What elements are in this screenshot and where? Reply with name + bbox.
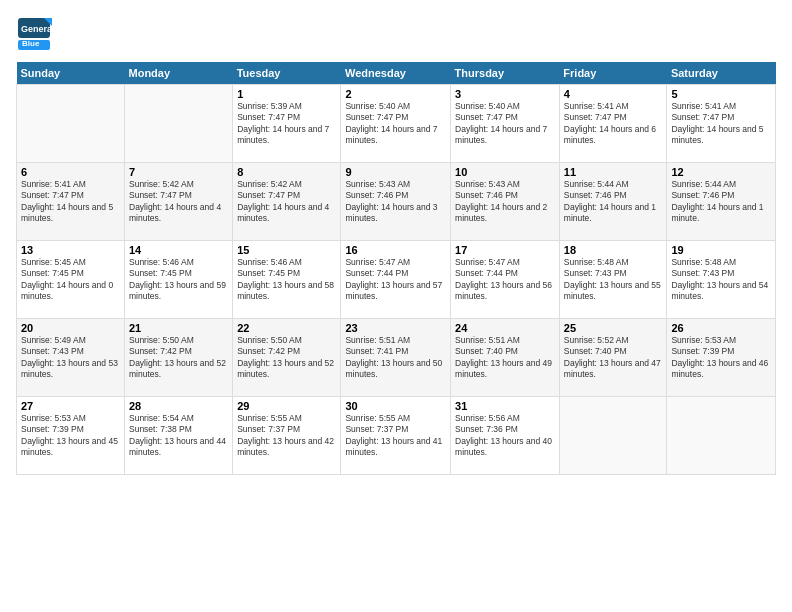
day-info: Sunrise: 5:56 AM Sunset: 7:36 PM Dayligh… bbox=[455, 413, 555, 459]
calendar-cell: 6Sunrise: 5:41 AM Sunset: 7:47 PM Daylig… bbox=[17, 163, 125, 241]
day-info: Sunrise: 5:51 AM Sunset: 7:40 PM Dayligh… bbox=[455, 335, 555, 381]
calendar-cell: 7Sunrise: 5:42 AM Sunset: 7:47 PM Daylig… bbox=[125, 163, 233, 241]
weekday-header: Sunday bbox=[17, 62, 125, 85]
calendar-cell: 23Sunrise: 5:51 AM Sunset: 7:41 PM Dayli… bbox=[341, 319, 451, 397]
day-info: Sunrise: 5:40 AM Sunset: 7:47 PM Dayligh… bbox=[345, 101, 446, 147]
day-number: 19 bbox=[671, 244, 771, 256]
day-number: 22 bbox=[237, 322, 336, 334]
calendar-cell: 31Sunrise: 5:56 AM Sunset: 7:36 PM Dayli… bbox=[451, 397, 560, 475]
calendar-cell bbox=[125, 85, 233, 163]
weekday-header: Thursday bbox=[451, 62, 560, 85]
calendar-week-row: 20Sunrise: 5:49 AM Sunset: 7:43 PM Dayli… bbox=[17, 319, 776, 397]
calendar-cell bbox=[559, 397, 667, 475]
day-info: Sunrise: 5:44 AM Sunset: 7:46 PM Dayligh… bbox=[671, 179, 771, 225]
day-info: Sunrise: 5:52 AM Sunset: 7:40 PM Dayligh… bbox=[564, 335, 663, 381]
weekday-header: Friday bbox=[559, 62, 667, 85]
calendar-cell: 20Sunrise: 5:49 AM Sunset: 7:43 PM Dayli… bbox=[17, 319, 125, 397]
day-info: Sunrise: 5:45 AM Sunset: 7:45 PM Dayligh… bbox=[21, 257, 120, 303]
day-info: Sunrise: 5:48 AM Sunset: 7:43 PM Dayligh… bbox=[564, 257, 663, 303]
day-info: Sunrise: 5:42 AM Sunset: 7:47 PM Dayligh… bbox=[237, 179, 336, 225]
calendar-week-row: 27Sunrise: 5:53 AM Sunset: 7:39 PM Dayli… bbox=[17, 397, 776, 475]
page-header: General Blue bbox=[16, 16, 776, 52]
calendar-table: SundayMondayTuesdayWednesdayThursdayFrid… bbox=[16, 62, 776, 475]
day-number: 20 bbox=[21, 322, 120, 334]
calendar-week-row: 6Sunrise: 5:41 AM Sunset: 7:47 PM Daylig… bbox=[17, 163, 776, 241]
logo-icon: General Blue bbox=[16, 16, 52, 52]
calendar-cell: 10Sunrise: 5:43 AM Sunset: 7:46 PM Dayli… bbox=[451, 163, 560, 241]
calendar-cell: 29Sunrise: 5:55 AM Sunset: 7:37 PM Dayli… bbox=[233, 397, 341, 475]
calendar-cell: 24Sunrise: 5:51 AM Sunset: 7:40 PM Dayli… bbox=[451, 319, 560, 397]
day-info: Sunrise: 5:50 AM Sunset: 7:42 PM Dayligh… bbox=[237, 335, 336, 381]
calendar-cell: 9Sunrise: 5:43 AM Sunset: 7:46 PM Daylig… bbox=[341, 163, 451, 241]
calendar-header-row: SundayMondayTuesdayWednesdayThursdayFrid… bbox=[17, 62, 776, 85]
calendar-week-row: 13Sunrise: 5:45 AM Sunset: 7:45 PM Dayli… bbox=[17, 241, 776, 319]
day-info: Sunrise: 5:41 AM Sunset: 7:47 PM Dayligh… bbox=[21, 179, 120, 225]
calendar-week-row: 1Sunrise: 5:39 AM Sunset: 7:47 PM Daylig… bbox=[17, 85, 776, 163]
day-number: 13 bbox=[21, 244, 120, 256]
day-info: Sunrise: 5:46 AM Sunset: 7:45 PM Dayligh… bbox=[237, 257, 336, 303]
day-number: 2 bbox=[345, 88, 446, 100]
calendar-cell: 5Sunrise: 5:41 AM Sunset: 7:47 PM Daylig… bbox=[667, 85, 776, 163]
day-number: 3 bbox=[455, 88, 555, 100]
calendar-cell: 8Sunrise: 5:42 AM Sunset: 7:47 PM Daylig… bbox=[233, 163, 341, 241]
calendar-cell: 26Sunrise: 5:53 AM Sunset: 7:39 PM Dayli… bbox=[667, 319, 776, 397]
day-info: Sunrise: 5:44 AM Sunset: 7:46 PM Dayligh… bbox=[564, 179, 663, 225]
day-info: Sunrise: 5:41 AM Sunset: 7:47 PM Dayligh… bbox=[564, 101, 663, 147]
weekday-header: Tuesday bbox=[233, 62, 341, 85]
day-number: 10 bbox=[455, 166, 555, 178]
calendar-cell: 12Sunrise: 5:44 AM Sunset: 7:46 PM Dayli… bbox=[667, 163, 776, 241]
calendar-cell: 25Sunrise: 5:52 AM Sunset: 7:40 PM Dayli… bbox=[559, 319, 667, 397]
day-info: Sunrise: 5:43 AM Sunset: 7:46 PM Dayligh… bbox=[345, 179, 446, 225]
calendar-cell: 11Sunrise: 5:44 AM Sunset: 7:46 PM Dayli… bbox=[559, 163, 667, 241]
weekday-header: Monday bbox=[125, 62, 233, 85]
day-info: Sunrise: 5:54 AM Sunset: 7:38 PM Dayligh… bbox=[129, 413, 228, 459]
day-info: Sunrise: 5:40 AM Sunset: 7:47 PM Dayligh… bbox=[455, 101, 555, 147]
day-number: 30 bbox=[345, 400, 446, 412]
calendar-cell: 4Sunrise: 5:41 AM Sunset: 7:47 PM Daylig… bbox=[559, 85, 667, 163]
calendar-cell: 22Sunrise: 5:50 AM Sunset: 7:42 PM Dayli… bbox=[233, 319, 341, 397]
calendar-cell: 3Sunrise: 5:40 AM Sunset: 7:47 PM Daylig… bbox=[451, 85, 560, 163]
calendar-cell: 27Sunrise: 5:53 AM Sunset: 7:39 PM Dayli… bbox=[17, 397, 125, 475]
day-number: 16 bbox=[345, 244, 446, 256]
day-number: 1 bbox=[237, 88, 336, 100]
day-number: 31 bbox=[455, 400, 555, 412]
day-info: Sunrise: 5:48 AM Sunset: 7:43 PM Dayligh… bbox=[671, 257, 771, 303]
calendar-cell: 1Sunrise: 5:39 AM Sunset: 7:47 PM Daylig… bbox=[233, 85, 341, 163]
day-number: 27 bbox=[21, 400, 120, 412]
svg-text:Blue: Blue bbox=[22, 39, 40, 48]
calendar-cell: 18Sunrise: 5:48 AM Sunset: 7:43 PM Dayli… bbox=[559, 241, 667, 319]
day-info: Sunrise: 5:55 AM Sunset: 7:37 PM Dayligh… bbox=[237, 413, 336, 459]
day-info: Sunrise: 5:53 AM Sunset: 7:39 PM Dayligh… bbox=[671, 335, 771, 381]
calendar-cell: 13Sunrise: 5:45 AM Sunset: 7:45 PM Dayli… bbox=[17, 241, 125, 319]
day-number: 24 bbox=[455, 322, 555, 334]
calendar-cell: 14Sunrise: 5:46 AM Sunset: 7:45 PM Dayli… bbox=[125, 241, 233, 319]
day-number: 21 bbox=[129, 322, 228, 334]
day-number: 28 bbox=[129, 400, 228, 412]
day-number: 5 bbox=[671, 88, 771, 100]
calendar-cell bbox=[667, 397, 776, 475]
calendar-cell: 16Sunrise: 5:47 AM Sunset: 7:44 PM Dayli… bbox=[341, 241, 451, 319]
day-info: Sunrise: 5:50 AM Sunset: 7:42 PM Dayligh… bbox=[129, 335, 228, 381]
day-info: Sunrise: 5:43 AM Sunset: 7:46 PM Dayligh… bbox=[455, 179, 555, 225]
day-info: Sunrise: 5:53 AM Sunset: 7:39 PM Dayligh… bbox=[21, 413, 120, 459]
day-number: 14 bbox=[129, 244, 228, 256]
day-number: 18 bbox=[564, 244, 663, 256]
day-number: 7 bbox=[129, 166, 228, 178]
calendar-cell: 2Sunrise: 5:40 AM Sunset: 7:47 PM Daylig… bbox=[341, 85, 451, 163]
calendar-cell: 21Sunrise: 5:50 AM Sunset: 7:42 PM Dayli… bbox=[125, 319, 233, 397]
day-number: 29 bbox=[237, 400, 336, 412]
day-number: 9 bbox=[345, 166, 446, 178]
day-info: Sunrise: 5:55 AM Sunset: 7:37 PM Dayligh… bbox=[345, 413, 446, 459]
calendar-cell: 28Sunrise: 5:54 AM Sunset: 7:38 PM Dayli… bbox=[125, 397, 233, 475]
weekday-header: Wednesday bbox=[341, 62, 451, 85]
day-number: 26 bbox=[671, 322, 771, 334]
calendar-cell: 15Sunrise: 5:46 AM Sunset: 7:45 PM Dayli… bbox=[233, 241, 341, 319]
day-info: Sunrise: 5:39 AM Sunset: 7:47 PM Dayligh… bbox=[237, 101, 336, 147]
weekday-header: Saturday bbox=[667, 62, 776, 85]
day-number: 6 bbox=[21, 166, 120, 178]
day-info: Sunrise: 5:47 AM Sunset: 7:44 PM Dayligh… bbox=[345, 257, 446, 303]
day-number: 12 bbox=[671, 166, 771, 178]
day-number: 17 bbox=[455, 244, 555, 256]
calendar-body: 1Sunrise: 5:39 AM Sunset: 7:47 PM Daylig… bbox=[17, 85, 776, 475]
calendar-cell: 17Sunrise: 5:47 AM Sunset: 7:44 PM Dayli… bbox=[451, 241, 560, 319]
